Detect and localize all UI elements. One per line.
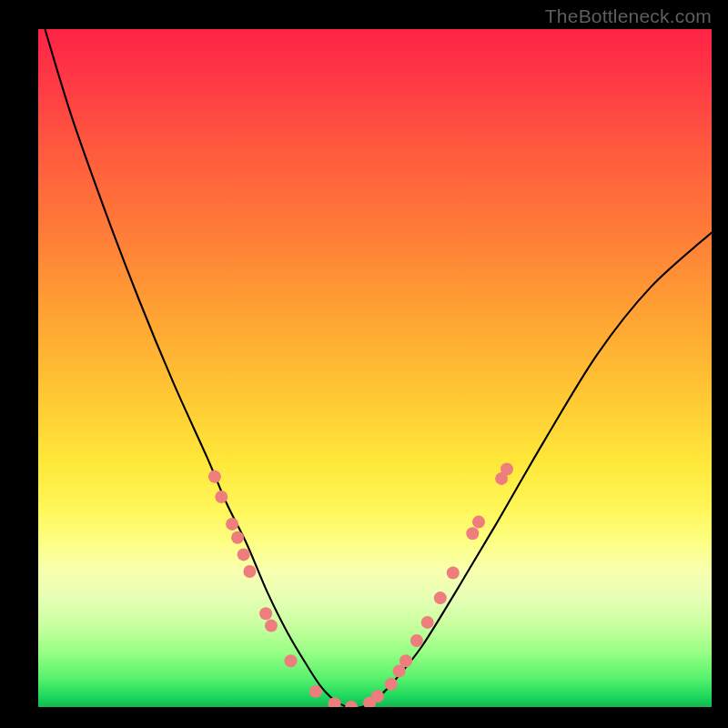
sample-dot xyxy=(466,527,479,540)
sample-dot xyxy=(399,654,412,667)
sample-dot xyxy=(500,463,513,476)
sample-dot xyxy=(472,516,485,529)
sample-dot xyxy=(421,616,434,629)
sample-dot xyxy=(329,697,341,707)
sample-dot xyxy=(345,701,358,707)
sample-dot xyxy=(447,567,460,580)
sample-dot xyxy=(238,548,250,561)
sample-dot xyxy=(371,690,384,703)
sample-dots xyxy=(208,463,513,708)
chart-frame: TheBottleneck.com xyxy=(0,0,728,728)
watermark-text: TheBottleneck.com xyxy=(545,5,712,27)
sample-dot xyxy=(208,470,221,483)
sample-dot xyxy=(265,620,278,632)
sample-dot xyxy=(385,678,398,691)
sample-dot xyxy=(243,565,256,578)
sample-dot xyxy=(434,592,447,604)
sample-dot xyxy=(285,654,298,667)
sample-dot xyxy=(231,531,244,544)
curve-layer xyxy=(38,29,712,707)
sample-dot xyxy=(259,607,272,620)
sample-dot xyxy=(410,634,423,647)
sample-dot xyxy=(226,518,238,531)
sample-dot xyxy=(309,685,322,698)
sample-dot xyxy=(215,490,228,503)
bottleneck-curve xyxy=(45,29,712,707)
plot-area xyxy=(38,29,712,707)
